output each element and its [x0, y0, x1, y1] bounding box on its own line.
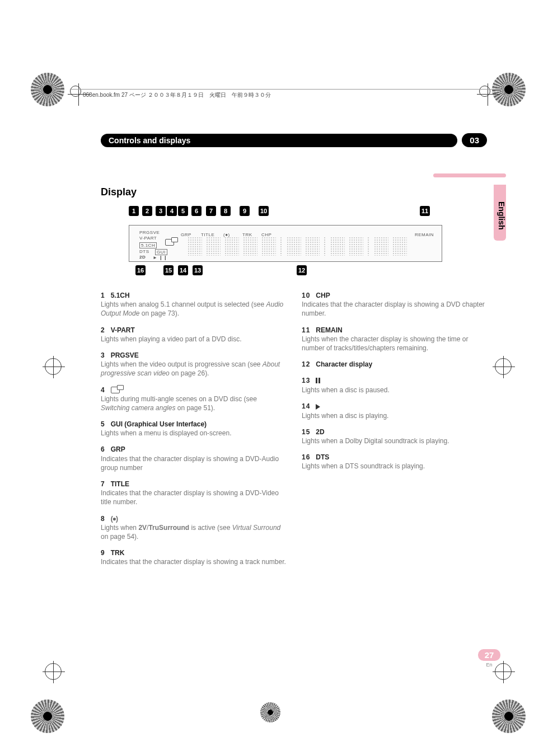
definition-item: 4Lights during multi-angle scenes on a D… [101, 386, 286, 413]
definition-item: 3PRGSVELights when the video output is p… [101, 351, 286, 378]
item-number: 7 [101, 480, 105, 488]
definition-item: 7TITLEIndicates that the character displ… [101, 480, 286, 507]
item-number: 8 [101, 515, 105, 523]
lcd-51ch: 5.1CH [139, 242, 157, 248]
item-number: 1 [101, 292, 105, 299]
page-number: 27 [478, 649, 500, 661]
callout-2: 2 [142, 206, 152, 216]
definition-item: 15.1CHLights when analog 5.1 channel out… [101, 291, 286, 318]
angle-icon [165, 239, 174, 246]
item-description: Lights when the video output is progress… [101, 360, 286, 378]
item-description: Lights when analog 5.1 channel output is… [101, 300, 286, 318]
item-description: Lights when a menu is displayed on-scree… [101, 429, 286, 438]
definition-item: 13Lights when a disc is paused. [302, 376, 487, 395]
right-column: 10CHPIndicates that the character displa… [302, 291, 487, 574]
item-number: 16 [302, 453, 310, 461]
item-description: Lights when a disc is paused. [302, 386, 487, 395]
item-number: 2 [101, 326, 105, 334]
callout-14: 14 [178, 265, 188, 275]
item-number: 13 [302, 377, 310, 384]
registration-mark [495, 358, 512, 375]
callout-12: 12 [297, 265, 307, 275]
definition-item: 12Character display [302, 360, 487, 369]
lcd-gui: GUI [155, 249, 167, 255]
callout-16: 16 [135, 265, 146, 275]
item-description: Lights when the character display is sho… [302, 335, 487, 353]
callout-1: 1 [129, 206, 139, 216]
registration-mark [70, 86, 81, 97]
description-columns: 15.1CHLights when analog 5.1 channel out… [101, 291, 487, 574]
item-number: 4 [101, 386, 105, 394]
page-lang: En [478, 662, 500, 668]
definition-item: 8(●)Lights when 2V/TruSurround is active… [101, 514, 286, 542]
item-description: Indicates that the character display is … [101, 454, 286, 472]
item-description: Lights when playing a video part of a DV… [101, 335, 286, 344]
callout-15: 15 [163, 265, 174, 275]
pause-icon [316, 377, 321, 386]
callout-13: 13 [193, 265, 203, 275]
lcd-prgsve: PRGSVE [139, 230, 160, 235]
chapter-bar: Controls and displays 03 [101, 133, 487, 147]
item-description: Indicates that the character display is … [101, 557, 286, 566]
item-number: 5 [101, 420, 105, 428]
callout-10: 10 [259, 206, 269, 216]
chapter-title: Controls and displays [101, 134, 457, 147]
chapter-number: 03 [462, 133, 487, 147]
play-icon [316, 404, 320, 410]
lcd-dotmatrix [188, 237, 434, 256]
lcd-panel: PRGSVE V-PART 5.1CH DTS 2D GUI ► ❙❙ GRP … [129, 225, 442, 262]
item-description: Lights when a DTS soundtrack is playing. [302, 462, 487, 471]
definition-item: 16DTSLights when a DTS soundtrack is pla… [302, 453, 487, 471]
multiangle-icon [111, 387, 120, 393]
callout-11: 11 [420, 206, 430, 216]
item-number: 9 [101, 549, 105, 557]
callout-7: 7 [206, 206, 216, 216]
lcd-dts: DTS [139, 249, 149, 254]
item-number: 3 [101, 351, 105, 359]
registration-mark [45, 663, 62, 680]
definition-item: 14Lights when a disc is playing. [302, 402, 487, 420]
item-description: Lights when a Dolby Digital soundtrack i… [302, 436, 487, 445]
definition-item: 6GRPIndicates that the character display… [101, 445, 286, 472]
lcd-dd: 2D [139, 255, 146, 260]
corner-rosette-br [492, 699, 526, 733]
callout-5: 5 [178, 206, 188, 216]
definition-item: 10CHPIndicates that the character displa… [302, 291, 487, 318]
item-number: 15 [302, 428, 310, 436]
definition-item: 9TRKIndicates that the character display… [101, 548, 286, 566]
callout-9: 9 [240, 206, 250, 216]
virtual-surround-icon: (●) [111, 515, 118, 523]
definition-item: 152DLights when a Dolby Digital soundtra… [302, 428, 487, 445]
lcd-angle-icon [165, 239, 174, 246]
registration-mark [45, 358, 62, 375]
item-number: 10 [302, 292, 310, 299]
book-header-text: 868en.book.fm 27 ページ ２００３年８月１９日 火曜日 午前９時… [83, 91, 271, 99]
item-number: 6 [101, 445, 105, 453]
corner-rosette-tl [31, 73, 64, 106]
lcd-play-icon: ► ❙❙ [153, 255, 167, 260]
item-number: 14 [302, 402, 310, 410]
display-diagram: 1 2 3 4 5 6 7 8 9 10 11 PRGSVE V-PART 5.… [129, 206, 442, 278]
callout-strip-top: 1 2 3 4 5 6 7 8 9 10 11 [129, 206, 442, 223]
definition-item: 11REMAINLights when the character displa… [302, 326, 487, 353]
language-tab: English [494, 185, 506, 241]
left-column: 15.1CHLights when analog 5.1 channel out… [101, 291, 286, 574]
page-badge: 27 En [478, 649, 500, 668]
corner-rosette-tr [492, 73, 526, 106]
item-description: Indicates that the character display is … [302, 300, 487, 318]
item-description: Indicates that the character display is … [101, 489, 286, 506]
corner-rosette-bl [31, 699, 64, 733]
section-title: Display [101, 186, 487, 198]
definition-item: 5GUI (Graphical User Interface)Lights wh… [101, 420, 286, 438]
item-description: Lights during multi-angle scenes on a DV… [101, 395, 286, 412]
callout-6: 6 [191, 206, 202, 216]
corner-rosette-bc [260, 702, 280, 722]
callout-3: 3 [156, 206, 166, 216]
item-number: 12 [302, 360, 310, 368]
callout-4: 4 [167, 206, 177, 216]
definition-item: 2V-PARTLights when playing a video part … [101, 326, 286, 344]
callout-8: 8 [221, 206, 231, 216]
registration-mark [479, 86, 490, 97]
lcd-vpart: V-PART [139, 236, 157, 241]
item-description: Lights when 2V/TruSurround is active (se… [101, 523, 286, 541]
